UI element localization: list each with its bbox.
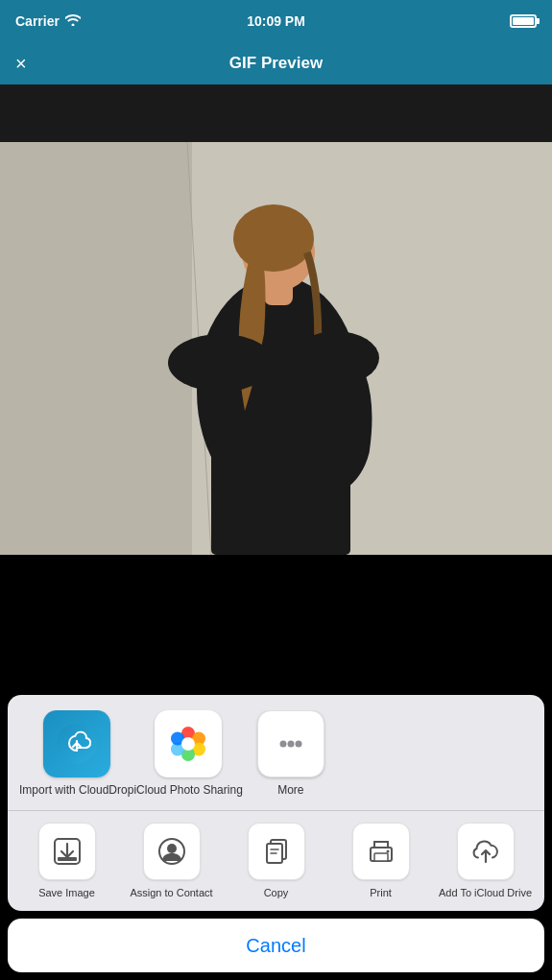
assign-contact-label: Assign to Contact [130, 886, 212, 899]
nav-bar: × GIF Preview [0, 42, 552, 84]
assign-contact-icon [143, 823, 201, 880]
share-app-icloud-photos[interactable]: iCloud Photo Sharing [133, 710, 242, 799]
image-content [0, 142, 552, 555]
cancel-button[interactable]: Cancel [8, 919, 544, 972]
cancel-container: Cancel [8, 919, 544, 972]
share-apps-row: Import with CloudDrop [8, 695, 544, 810]
svg-point-19 [287, 741, 294, 748]
svg-point-20 [295, 741, 301, 748]
action-assign-contact[interactable]: Assign to Contact [124, 823, 219, 899]
wifi-icon [65, 13, 81, 29]
svg-rect-22 [58, 857, 77, 861]
icloud-photos-label: iCloud Photo Sharing [133, 783, 242, 799]
share-app-clouddrop[interactable]: Import with CloudDrop [19, 710, 133, 799]
copy-label: Copy [264, 886, 289, 899]
share-sheet-inner: Import with CloudDrop [8, 695, 544, 911]
svg-point-18 [279, 741, 286, 748]
share-actions-row: Save Image Assign to Contact [8, 811, 544, 911]
status-bar-time: 10:09 PM [247, 13, 305, 29]
action-icloud-drive[interactable]: Add To iCloud Drive [438, 823, 533, 899]
clouddrop-label: Import with CloudDrop [19, 783, 133, 799]
action-copy[interactable]: Copy [228, 823, 324, 899]
print-label: Print [370, 886, 392, 899]
status-bar: Carrier 10:09 PM [0, 0, 552, 42]
status-bar-left: Carrier [15, 13, 81, 29]
battery-icon [510, 14, 537, 28]
gif-preview-image [0, 84, 552, 555]
share-apps-scroll: Import with CloudDrop [19, 710, 533, 799]
clouddrop-icon [43, 710, 110, 777]
icloud-photos-icon [155, 710, 222, 777]
save-image-label: Save Image [38, 886, 95, 899]
more-icon [257, 710, 324, 777]
save-image-icon [38, 823, 96, 880]
svg-point-17 [181, 737, 195, 751]
page-title: GIF Preview [229, 54, 323, 73]
more-label: More [277, 783, 303, 799]
icloud-drive-label: Add To iCloud Drive [439, 886, 532, 899]
svg-point-6 [233, 204, 314, 272]
copy-icon [248, 823, 305, 880]
close-button[interactable]: × [15, 53, 27, 75]
svg-point-29 [386, 849, 389, 852]
icloud-drive-icon [457, 823, 515, 880]
action-save-image[interactable]: Save Image [19, 823, 114, 899]
svg-rect-1 [0, 142, 192, 555]
svg-rect-9 [211, 440, 350, 555]
print-icon [352, 823, 410, 880]
share-sheet: Import with CloudDrop [0, 695, 552, 980]
status-bar-right [510, 14, 537, 28]
svg-rect-28 [374, 853, 388, 861]
svg-point-7 [168, 334, 274, 392]
carrier-label: Carrier [15, 13, 60, 29]
share-app-more[interactable]: More [243, 710, 339, 799]
action-print[interactable]: Print [333, 823, 428, 899]
svg-point-24 [167, 844, 177, 853]
